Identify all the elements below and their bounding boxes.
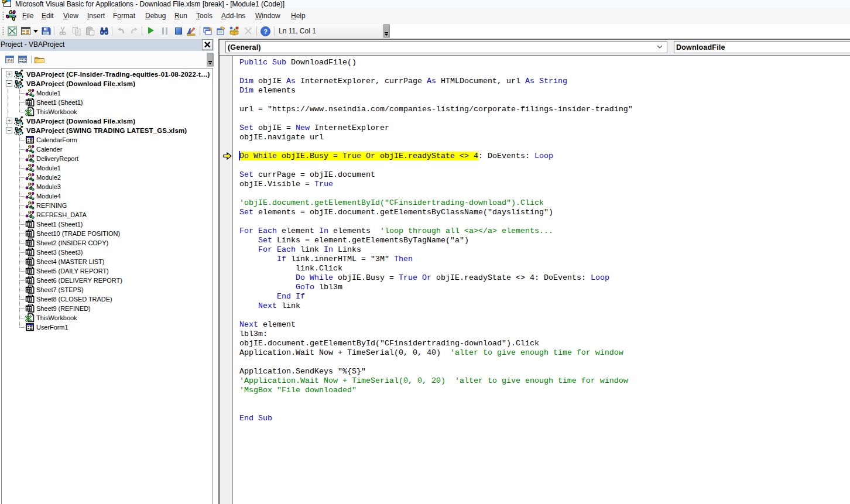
svg-text:?: ? xyxy=(263,28,268,35)
